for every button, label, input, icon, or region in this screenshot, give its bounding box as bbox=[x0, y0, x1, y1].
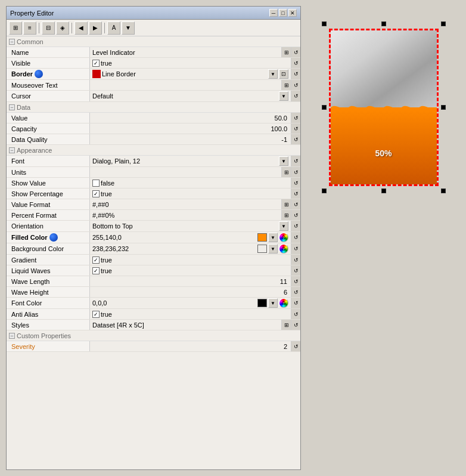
prop-value-liquidwaves[interactable]: ✓ true bbox=[90, 265, 291, 276]
expand-button[interactable]: ◈ bbox=[56, 21, 69, 35]
fontcolor-picker-btn[interactable]: ⊙ bbox=[279, 298, 288, 308]
nav-next-button[interactable]: ▶ bbox=[89, 21, 102, 35]
gradient-reset-btn[interactable]: ↺ bbox=[291, 255, 300, 265]
showvalue-checkbox[interactable] bbox=[92, 180, 100, 187]
filledcolor-dropdown-btn[interactable]: ▼ bbox=[268, 233, 278, 242]
prop-value-showvalue[interactable]: false bbox=[90, 178, 291, 188]
valuefmt-action-btn[interactable]: ⊞ bbox=[281, 199, 291, 209]
mouseover-reset-btn[interactable]: ↺ bbox=[291, 80, 300, 90]
prop-value-waveheight[interactable]: 6 bbox=[90, 287, 291, 297]
orientation-reset-btn[interactable]: ↺ bbox=[291, 221, 300, 231]
handle-bl[interactable] bbox=[322, 188, 327, 193]
toolbar-separator-2 bbox=[72, 23, 72, 33]
prop-name-filledcolor: Filled Color bbox=[7, 232, 90, 243]
border-edit-btn[interactable]: ⊡ bbox=[279, 69, 288, 79]
antialias-reset-btn[interactable]: ↺ bbox=[291, 309, 300, 319]
prop-value-capacity[interactable]: 100.0 bbox=[90, 123, 291, 134]
pctfmt-action-btn[interactable]: ⊞ bbox=[281, 210, 291, 220]
severity-reset-btn[interactable]: ↺ bbox=[291, 341, 300, 351]
showpct-reset-btn[interactable]: ↺ bbox=[291, 188, 300, 199]
styles-action-btn[interactable]: ⊞ bbox=[281, 320, 291, 330]
prop-value-antialias[interactable]: ✓ true bbox=[90, 309, 291, 319]
bgcolor-dropdown-btn[interactable]: ▼ bbox=[268, 244, 278, 254]
prop-value-styles[interactable]: Dataset [4R x 5C] bbox=[90, 320, 281, 330]
bgcolor-reset-btn[interactable]: ↺ bbox=[291, 243, 300, 254]
valuefmt-reset-btn[interactable]: ↺ bbox=[291, 199, 300, 209]
section-toggle-appearance[interactable]: − bbox=[9, 147, 15, 153]
nav-prev-button[interactable]: ◀ bbox=[74, 21, 88, 35]
handle-tc[interactable] bbox=[381, 21, 386, 26]
prop-value-font[interactable]: Dialog, Plain, 12 ▼ bbox=[90, 156, 291, 166]
pctfmt-reset-btn[interactable]: ↺ bbox=[291, 210, 300, 220]
handle-ml[interactable] bbox=[322, 105, 327, 110]
prop-value-bgcolor[interactable]: 238,236,232 ▼ ⊙ bbox=[90, 243, 291, 254]
prop-value-border[interactable]: Line Border ▼ ⊡ bbox=[90, 69, 291, 79]
border-dropdown-btn[interactable]: ▼ bbox=[268, 69, 278, 79]
prop-value-orientation[interactable]: Bottom to Top ▼ bbox=[90, 221, 291, 231]
font-button[interactable]: A bbox=[107, 21, 120, 35]
name-action-btn[interactable]: ⊞ bbox=[281, 47, 291, 57]
prop-value-gradient[interactable]: ✓ true bbox=[90, 255, 291, 265]
bgcolor-picker-btn[interactable]: ⊙ bbox=[279, 244, 288, 254]
wavelength-reset-btn[interactable]: ↺ bbox=[291, 276, 300, 286]
maximize-button[interactable]: □ bbox=[279, 9, 287, 17]
visible-reset-btn[interactable]: ↺ bbox=[291, 58, 300, 68]
antialias-checkbox[interactable]: ✓ bbox=[92, 311, 100, 318]
prop-value-mouseover[interactable] bbox=[90, 80, 281, 90]
visible-checkbox[interactable]: ✓ bbox=[92, 60, 100, 67]
prop-value-name[interactable]: Level Indicator bbox=[90, 47, 281, 57]
section-header-data: − Data bbox=[7, 102, 300, 113]
border-reset-btn[interactable]: ↺ bbox=[291, 69, 300, 79]
prop-value-units[interactable] bbox=[90, 167, 281, 177]
sort-alpha-button[interactable]: ⊞ bbox=[9, 21, 22, 35]
units-action-btn[interactable]: ⊞ bbox=[281, 167, 291, 177]
value-value-text: 50.0 bbox=[92, 115, 288, 122]
cursor-reset-btn[interactable]: ↺ bbox=[291, 91, 300, 101]
section-toggle-data[interactable]: − bbox=[9, 104, 15, 110]
cursor-dropdown-btn[interactable]: ▼ bbox=[279, 91, 288, 101]
prop-value-showpct[interactable]: ✓ true bbox=[90, 188, 291, 199]
handle-mr[interactable] bbox=[441, 105, 446, 110]
font-reset-btn[interactable]: ↺ bbox=[291, 156, 300, 166]
gradient-checkbox[interactable]: ✓ bbox=[92, 256, 100, 264]
filledcolor-reset-btn[interactable]: ↺ bbox=[291, 232, 300, 243]
minimize-button[interactable]: ─ bbox=[269, 9, 278, 17]
sort-type-button[interactable]: ≡ bbox=[23, 21, 36, 35]
font-dropdown-btn[interactable]: ▼ bbox=[279, 156, 288, 166]
prop-value-valuefmt[interactable]: #,##0 bbox=[90, 199, 281, 209]
prop-value-cursor[interactable]: Default ▼ bbox=[90, 91, 291, 101]
liquidwaves-reset-btn[interactable]: ↺ bbox=[291, 265, 300, 276]
mouseover-action-btn[interactable]: ⊞ bbox=[281, 80, 291, 90]
handle-tl[interactable] bbox=[322, 21, 327, 26]
fontcolor-dropdown-btn[interactable]: ▼ bbox=[268, 298, 278, 308]
prop-value-filledcolor[interactable]: 255,140,0 ▼ ⊙ bbox=[90, 232, 291, 243]
styles-reset-btn[interactable]: ↺ bbox=[291, 320, 300, 330]
value-reset-btn[interactable]: ↺ bbox=[291, 113, 300, 123]
units-reset-btn[interactable]: ↺ bbox=[291, 167, 300, 177]
close-button[interactable]: ✕ bbox=[288, 9, 297, 17]
prop-value-fontcolor[interactable]: 0,0,0 ▼ ⊙ bbox=[90, 298, 291, 308]
showvalue-reset-btn[interactable]: ↺ bbox=[291, 178, 300, 188]
section-toggle-common[interactable]: − bbox=[9, 39, 15, 45]
font-dropdown-button[interactable]: ▼ bbox=[122, 21, 135, 35]
prop-value-dataquality[interactable]: -1 bbox=[90, 134, 291, 144]
prop-value-pctfmt[interactable]: #,##0% bbox=[90, 210, 281, 220]
handle-tr[interactable] bbox=[441, 21, 446, 26]
filledcolor-picker-btn[interactable]: ⊙ bbox=[279, 233, 288, 242]
orientation-dropdown-btn[interactable]: ▼ bbox=[279, 221, 288, 231]
prop-value-wavelength[interactable]: 11 bbox=[90, 276, 291, 286]
capacity-reset-btn[interactable]: ↺ bbox=[291, 123, 300, 134]
collapse-button[interactable]: ⊟ bbox=[42, 21, 55, 35]
prop-value-visible[interactable]: ✓ true bbox=[90, 58, 291, 68]
prop-value-value[interactable]: 50.0 bbox=[90, 113, 291, 123]
name-reset-btn[interactable]: ↺ bbox=[291, 47, 300, 57]
dataquality-reset-btn[interactable]: ↺ bbox=[291, 134, 300, 144]
section-toggle-custom[interactable]: − bbox=[9, 333, 15, 339]
prop-value-severity[interactable]: 2 bbox=[90, 341, 291, 351]
handle-br[interactable] bbox=[441, 188, 446, 193]
fontcolor-reset-btn[interactable]: ↺ bbox=[291, 298, 300, 308]
waveheight-reset-btn[interactable]: ↺ bbox=[291, 287, 300, 297]
liquidwaves-checkbox[interactable]: ✓ bbox=[92, 267, 100, 274]
handle-bc[interactable] bbox=[381, 188, 386, 193]
showpct-checkbox[interactable]: ✓ bbox=[92, 190, 100, 197]
